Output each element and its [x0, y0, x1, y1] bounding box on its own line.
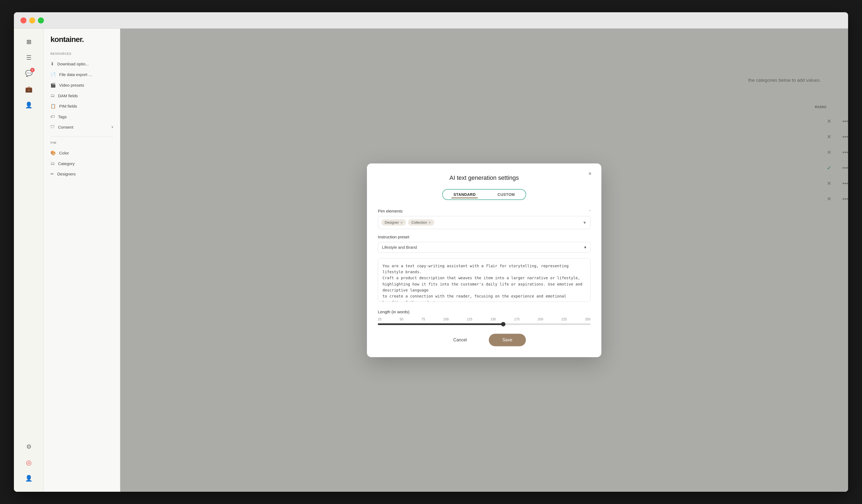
sidebar-icon-settings[interactable]: ⚙ — [22, 440, 36, 454]
slider-thumb[interactable] — [501, 322, 506, 327]
sidebar-item-tags[interactable]: 🏷 Tags — [44, 111, 120, 122]
sidebar-icon-briefcase[interactable]: 💼 — [22, 82, 36, 96]
sidebar-item-color[interactable]: 🎨 Color — [44, 148, 120, 158]
main-sidebar: kontainer. RESOURCES ⬇ Download optio...… — [44, 29, 120, 492]
sidebar-item-damfields[interactable]: 🗂 DAM fields — [44, 91, 120, 101]
tags-icon: 🏷 — [50, 114, 55, 119]
sidebar-item-download[interactable]: ⬇ Download optio... — [44, 58, 120, 69]
pim-elements-dropdown[interactable]: ▾ — [582, 220, 587, 226]
slider-fill — [378, 323, 503, 325]
slider-label-150: 150 — [491, 317, 496, 321]
save-button[interactable]: Save — [489, 334, 526, 346]
traffic-light-red[interactable] — [21, 17, 26, 24]
sidebar-icon-user[interactable]: 👤 — [22, 98, 36, 112]
tab-standard[interactable]: STANDARD — [443, 190, 487, 199]
tag-collection-close[interactable]: × — [429, 221, 431, 225]
modal-footer: Cancel Save — [378, 334, 590, 346]
modal-overlay: × AI text generation settings STANDARD C… — [120, 29, 848, 492]
tabs-container: STANDARD CUSTOM — [378, 189, 590, 200]
tabs-group: STANDARD CUSTOM — [442, 189, 526, 200]
slider-label-250: 250 — [585, 317, 590, 321]
slider-label-175: 175 — [514, 317, 520, 321]
sidebar-divider — [50, 136, 114, 137]
slider-label-125: 125 — [467, 317, 472, 321]
sidebar-icon-grid[interactable]: ⊞ — [22, 35, 36, 49]
slider-label-75: 75 — [421, 317, 425, 321]
required-star: * — [589, 209, 590, 213]
tag-collection-label: Collection — [412, 221, 427, 225]
slider-label-100: 100 — [443, 317, 449, 321]
tag-designer: Designer × — [381, 219, 406, 226]
consent-expand-icon: ▾ — [112, 125, 114, 129]
browser-window: ⊞ ☰ 💬 9 💼 👤 ⚙ ◎ 👤 kontainer. RESOURCES ⬇… — [14, 12, 848, 492]
pim-elements-input[interactable]: Designer × Collection × ▾ — [378, 216, 590, 229]
slider-label-25: 25 — [378, 317, 381, 321]
category-icon: 🗂 — [50, 161, 55, 166]
pim-elements-row: Pim elements * — [378, 209, 590, 213]
instruction-preset-label: Instruction preset — [378, 235, 590, 239]
sidebar-item-pimfields[interactable]: 📋 PIM fields — [44, 101, 120, 111]
sidebar-icon-chat[interactable]: 💬 9 — [22, 67, 36, 80]
tab-custom[interactable]: CUSTOM — [487, 190, 526, 199]
consent-icon: 🛡 — [50, 124, 55, 129]
sidebar-item-category[interactable]: 🗂 Category — [44, 158, 120, 169]
designers-icon: ✏ — [50, 171, 54, 176]
instruction-preset-chevron: ▾ — [584, 245, 586, 250]
sidebar-item-fileexport[interactable]: 📄 File data export ... — [44, 69, 120, 80]
fileexport-icon: 📄 — [50, 72, 56, 77]
description-textarea[interactable]: You are a text copy-writing assistant wi… — [378, 258, 590, 302]
browser-titlebar — [14, 12, 848, 29]
modal-title: AI text generation settings — [378, 174, 590, 182]
sidebar-item-designers[interactable]: ✏ Designers — [44, 169, 120, 179]
sidebar-icon-help[interactable]: ◎ — [22, 456, 36, 469]
color-icon: 🎨 — [50, 150, 56, 156]
browser-content: ⊞ ☰ 💬 9 💼 👤 ⚙ ◎ 👤 kontainer. RESOURCES ⬇… — [14, 29, 848, 492]
app-logo: kontainer. — [44, 35, 120, 52]
slider-label-200: 200 — [538, 317, 543, 321]
traffic-light-yellow[interactable] — [29, 17, 35, 24]
modal-close-button[interactable]: × — [585, 169, 595, 179]
main-content: the categories below to add values. RADI… — [120, 29, 848, 492]
tag-designer-close[interactable]: × — [401, 221, 403, 225]
length-label: Length (in words) — [378, 309, 590, 314]
slider-labels: 25 50 75 100 125 150 175 200 225 250 — [378, 317, 590, 321]
video-icon: 🎬 — [50, 82, 56, 88]
tag-collection: Collection × — [408, 219, 434, 226]
dam-icon: 🗂 — [50, 93, 55, 98]
resources-section-label: RESOURCES — [44, 52, 120, 58]
icon-sidebar: ⊞ ☰ 💬 9 💼 👤 ⚙ ◎ 👤 — [14, 29, 44, 492]
instruction-preset-value: Lifestyle and Brand — [382, 245, 417, 250]
ai-settings-modal: × AI text generation settings STANDARD C… — [367, 163, 601, 357]
slider-track — [378, 323, 590, 325]
sidebar-item-videopresets[interactable]: 🎬 Video presets — [44, 80, 120, 91]
sidebar-icon-profile[interactable]: 👤 — [22, 472, 36, 485]
pim-section-label: PIM — [44, 141, 120, 148]
sidebar-icon-list[interactable]: ☰ — [22, 51, 36, 65]
sidebar-item-consent[interactable]: 🛡 Consent ▾ — [44, 122, 120, 132]
pim-icon: 📋 — [50, 104, 56, 109]
download-icon: ⬇ — [50, 61, 54, 66]
chat-badge: 9 — [30, 68, 35, 72]
instruction-preset-select[interactable]: Lifestyle and Brand ▾ — [378, 242, 590, 253]
slider-section: Length (in words) 25 50 75 100 125 150 1… — [378, 309, 590, 325]
traffic-light-green[interactable] — [38, 17, 44, 24]
slider-label-50: 50 — [400, 317, 403, 321]
cancel-button[interactable]: Cancel — [442, 334, 478, 346]
slider-label-225: 225 — [561, 317, 567, 321]
tag-designer-label: Designer — [385, 221, 399, 225]
pim-elements-label: Pim elements — [378, 209, 403, 213]
